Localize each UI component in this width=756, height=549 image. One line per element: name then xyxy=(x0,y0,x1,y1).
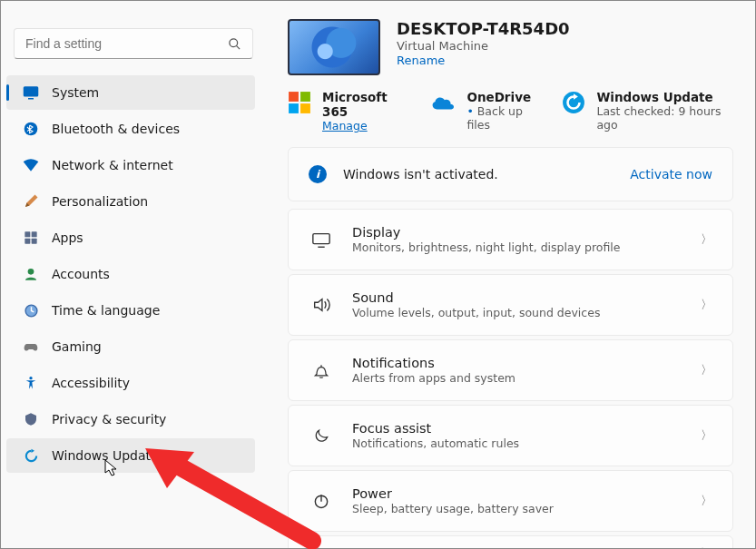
accessibility-icon xyxy=(23,376,39,390)
settings-card-notifications[interactable]: Notifications Alerts from apps and syste… xyxy=(288,339,733,401)
sidebar-item-accessibility[interactable]: Accessibility xyxy=(6,366,255,400)
sidebar-item-label: Apps xyxy=(52,230,83,245)
card-subtitle: Sleep, battery usage, battery saver xyxy=(352,502,701,515)
rename-link[interactable]: Rename xyxy=(397,54,570,67)
chevron-right-icon: 〉 xyxy=(701,493,712,509)
sidebar-item-accounts[interactable]: Accounts xyxy=(6,257,255,291)
card-subtitle: Volume levels, output, input, sound devi… xyxy=(352,306,701,319)
quick-link-windows-update[interactable]: Windows Update Last checked: 9 hours ago xyxy=(562,90,733,132)
quick-link-sub[interactable]: Back up files xyxy=(466,104,540,132)
sidebar-item-system[interactable]: System xyxy=(6,75,255,110)
chevron-right-icon: 〉 xyxy=(701,427,712,444)
card-subtitle: Alerts from apps and system xyxy=(352,371,701,385)
svg-rect-14 xyxy=(289,103,299,113)
sidebar-item-label: Accessibility xyxy=(52,376,130,390)
gamepad-icon xyxy=(23,338,39,355)
svg-rect-7 xyxy=(25,239,30,244)
svg-point-0 xyxy=(230,38,238,46)
sidebar-item-apps[interactable]: Apps xyxy=(6,221,255,255)
sidebar-item-bluetooth[interactable]: Bluetooth & devices xyxy=(6,112,255,146)
quick-link-sub: Last checked: 9 hours ago xyxy=(596,104,733,132)
sidebar-item-label: Time & language xyxy=(52,303,160,318)
sidebar-item-label: Personalization xyxy=(52,194,148,209)
bluetooth-icon xyxy=(23,122,39,136)
activation-text: Windows isn't activated. xyxy=(343,167,630,181)
sidebar-item-privacy-security[interactable]: Privacy & security xyxy=(6,402,255,436)
system-icon xyxy=(23,84,39,101)
activation-banner: i Windows isn't activated. Activate now xyxy=(288,147,733,201)
settings-card-storage[interactable]: Storage 〉 xyxy=(288,535,733,548)
bell-icon xyxy=(309,361,334,379)
svg-rect-13 xyxy=(300,92,310,102)
card-title: Power xyxy=(352,486,701,501)
computer-name: DESKTOP-T4R54D0 xyxy=(397,19,570,38)
settings-card-sound[interactable]: Sound Volume levels, output, input, soun… xyxy=(288,274,733,336)
paintbrush-icon xyxy=(23,193,39,210)
quick-link-sub[interactable]: Manage xyxy=(322,119,408,132)
card-title: Storage xyxy=(352,546,701,548)
svg-line-1 xyxy=(236,45,240,49)
quick-link-title: Microsoft 365 xyxy=(322,90,408,119)
sidebar-item-label: Network & internet xyxy=(52,158,173,172)
settings-card-power[interactable]: Power Sleep, battery usage, battery save… xyxy=(288,470,733,532)
settings-card-display[interactable]: Display Monitors, brightness, night ligh… xyxy=(288,209,733,270)
chevron-right-icon: 〉 xyxy=(701,545,712,548)
update-icon xyxy=(23,448,39,464)
search-input-wrapper[interactable] xyxy=(14,28,253,59)
svg-rect-2 xyxy=(25,87,38,96)
moon-icon xyxy=(309,426,334,445)
microsoft365-icon xyxy=(288,90,311,115)
sidebar-item-label: Privacy & security xyxy=(52,412,166,426)
svg-rect-8 xyxy=(32,239,37,244)
shield-icon xyxy=(23,412,39,426)
svg-rect-12 xyxy=(289,92,299,102)
desktop-wallpaper-thumbnail xyxy=(288,19,380,75)
sidebar-item-label: System xyxy=(52,85,99,100)
storage-icon xyxy=(309,544,334,548)
sidebar: System Bluetooth & devices Network & int… xyxy=(1,1,266,548)
card-subtitle: Notifications, automatic rules xyxy=(352,436,701,450)
info-icon: i xyxy=(309,165,327,183)
quick-link-title: Windows Update xyxy=(596,90,733,104)
search-input[interactable] xyxy=(25,36,228,51)
display-icon xyxy=(309,230,334,250)
card-subtitle: Monitors, brightness, night light, displ… xyxy=(352,240,701,254)
svg-rect-17 xyxy=(313,234,329,244)
onedrive-icon xyxy=(430,90,456,115)
chevron-right-icon: 〉 xyxy=(701,231,712,248)
computer-type: Virtual Machine xyxy=(397,39,570,53)
card-title: Display xyxy=(352,225,701,240)
card-title: Focus assist xyxy=(352,421,701,436)
chevron-right-icon: 〉 xyxy=(701,297,712,313)
sidebar-item-label: Accounts xyxy=(52,267,110,281)
quick-link-microsoft365[interactable]: Microsoft 365 Manage xyxy=(288,90,408,132)
settings-card-focus-assist[interactable]: Focus assist Notifications, automatic ru… xyxy=(288,405,733,466)
activate-now-link[interactable]: Activate now xyxy=(630,167,712,181)
update-circle-icon xyxy=(562,90,585,115)
sidebar-item-personalization[interactable]: Personalization xyxy=(6,184,255,219)
sidebar-item-label: Windows Update xyxy=(52,448,159,463)
quick-link-onedrive[interactable]: OneDrive Back up files xyxy=(430,90,540,132)
search-icon xyxy=(228,37,241,51)
svg-rect-15 xyxy=(300,103,310,113)
wifi-icon xyxy=(23,157,39,173)
card-title: Sound xyxy=(352,290,701,305)
main-content: DESKTOP-T4R54D0 Virtual Machine Rename M… xyxy=(266,1,755,548)
svg-point-9 xyxy=(28,269,34,275)
sidebar-item-time-language[interactable]: Time & language xyxy=(6,293,255,328)
chevron-right-icon: 〉 xyxy=(701,362,712,378)
svg-point-11 xyxy=(29,377,32,379)
quick-link-title: OneDrive xyxy=(466,90,540,104)
svg-rect-6 xyxy=(32,231,37,237)
card-title: Notifications xyxy=(352,356,701,370)
sidebar-item-network[interactable]: Network & internet xyxy=(6,148,255,182)
sidebar-item-label: Bluetooth & devices xyxy=(52,122,180,136)
sidebar-item-gaming[interactable]: Gaming xyxy=(6,329,255,364)
sidebar-item-label: Gaming xyxy=(52,339,102,354)
svg-rect-5 xyxy=(25,231,30,237)
sidebar-item-windows-update[interactable]: Windows Update xyxy=(6,438,255,473)
power-icon xyxy=(309,492,334,510)
person-icon xyxy=(23,267,39,281)
sound-icon xyxy=(309,295,334,315)
globe-clock-icon xyxy=(23,303,39,319)
